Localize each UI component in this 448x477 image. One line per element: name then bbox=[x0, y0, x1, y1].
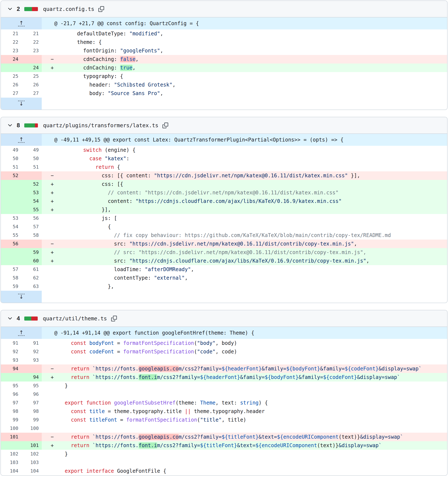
diff-marker bbox=[42, 72, 65, 81]
diff-row-context: 5356 js: [ bbox=[1, 214, 447, 222]
diff-marker bbox=[42, 30, 65, 38]
file-diff-quartz-config: 2 quartz.config.ts ↑ @ -21,7 +21,7 @@ co… bbox=[0, 0, 448, 110]
old-line-number bbox=[1, 180, 21, 188]
new-line-number: 26 bbox=[21, 81, 42, 89]
code-line: } bbox=[65, 382, 447, 390]
old-line-number: 55 bbox=[1, 231, 21, 239]
code-cell: { bbox=[42, 222, 447, 231]
code-cell: + css: [{ bbox=[42, 180, 447, 188]
old-line-number: 102 bbox=[1, 450, 21, 458]
new-line-number: 57 bbox=[21, 222, 42, 231]
diff-row-addition: 52+ css: [{ bbox=[1, 180, 447, 188]
code-line: typography: { bbox=[65, 72, 447, 81]
new-line-number: 63 bbox=[21, 282, 42, 291]
old-line-number: 57 bbox=[1, 265, 21, 274]
old-line-number: 96 bbox=[1, 390, 21, 399]
diffstat-bar bbox=[24, 316, 38, 321]
code-cell: − return `https://fonts.googleapis.com/c… bbox=[42, 433, 447, 441]
new-line-number: 52 bbox=[21, 180, 42, 188]
diff-marker bbox=[42, 265, 65, 274]
code-cell: header: "Schibsted Grotesk", bbox=[42, 81, 447, 89]
expand-down-icon: ↓ bbox=[19, 101, 23, 107]
copy-path-icon[interactable] bbox=[98, 5, 105, 12]
diff-marker bbox=[42, 356, 65, 364]
old-line-number bbox=[1, 64, 21, 72]
code-cell bbox=[42, 424, 447, 433]
old-line-number: 100 bbox=[1, 424, 21, 433]
diff-marker bbox=[42, 390, 65, 399]
diff-row-context: 9191 const bodyFont = formatFontSpecific… bbox=[1, 339, 447, 347]
new-line-number: 96 bbox=[21, 390, 42, 399]
code-cell: switch (engine) { bbox=[42, 146, 447, 154]
diff-marker: + bbox=[42, 373, 65, 382]
chevron-down-icon[interactable] bbox=[6, 5, 14, 12]
expand-up-button[interactable]: ↑ bbox=[1, 18, 42, 30]
file-name[interactable]: quartz/util/theme.ts bbox=[43, 316, 107, 322]
code-line: // content: "https://cdn.jsdelivr.net/np… bbox=[65, 188, 447, 197]
copy-path-icon[interactable] bbox=[110, 315, 117, 322]
new-line-number: 61 bbox=[21, 265, 42, 274]
code-line: defaultDateType: "modified", bbox=[65, 30, 447, 38]
old-line-number bbox=[1, 188, 21, 197]
diff-row-context: 104104export interface GoogleFontFile { bbox=[1, 467, 447, 475]
chevron-down-icon[interactable] bbox=[6, 122, 14, 129]
code-line bbox=[65, 390, 447, 399]
file-header: 8 quartz/plugins/transformers/latex.ts bbox=[1, 117, 447, 134]
code-cell: − cdnCaching: false, bbox=[42, 55, 447, 64]
code-cell bbox=[42, 458, 447, 467]
diff-marker: − bbox=[42, 239, 65, 248]
file-name[interactable]: quartz.config.ts bbox=[43, 6, 94, 12]
new-line-number: 103 bbox=[21, 458, 42, 467]
new-line-number: 104 bbox=[21, 467, 42, 475]
new-line-number: 59 bbox=[21, 248, 42, 257]
expand-down-button[interactable]: ↓ bbox=[1, 98, 42, 110]
expand-up-button[interactable]: ↑ bbox=[1, 327, 42, 339]
old-line-number: 92 bbox=[1, 347, 21, 356]
code-cell: export function googleFontSubsetHref(the… bbox=[42, 399, 447, 407]
code-line: return `https://fonts.googleapis.com/css… bbox=[65, 364, 447, 373]
old-line-number: 52 bbox=[1, 171, 21, 180]
file-name[interactable]: quartz/plugins/transformers/latex.ts bbox=[43, 122, 158, 129]
diff-marker bbox=[42, 38, 65, 47]
diff-row-context: 5457 { bbox=[1, 222, 447, 231]
code-line: }], bbox=[65, 205, 447, 214]
diff-marker: + bbox=[42, 248, 65, 257]
diff-row-context: 9696 bbox=[1, 390, 447, 399]
old-line-number bbox=[1, 257, 21, 265]
diff-marker bbox=[42, 282, 65, 291]
new-line-number: 27 bbox=[21, 89, 42, 98]
code-line: return `https://fonts.googleapis.com/css… bbox=[65, 433, 447, 441]
code-cell: const bodyFont = formatFontSpecification… bbox=[42, 339, 447, 347]
hunk-header: ↑ @ -91,14 +91,14 @@ export function goo… bbox=[1, 327, 447, 339]
diff-row-addition: 94+ return `https://fonts.font.im/css2?f… bbox=[1, 373, 447, 382]
new-line-number: 92 bbox=[21, 347, 42, 356]
code-line: const title = theme.typography.title || … bbox=[65, 407, 447, 416]
code-cell: theme: { bbox=[42, 38, 447, 47]
code-cell: typography: { bbox=[42, 72, 447, 81]
old-line-number: 104 bbox=[1, 467, 21, 475]
expand-up-button[interactable]: ↑ bbox=[1, 134, 42, 146]
hunk-header: ↑ @ -21,7 +21,7 @@ const config: QuartzC… bbox=[1, 18, 447, 30]
hunk-header-text: @ -91,14 +91,14 @@ export function googl… bbox=[42, 327, 254, 339]
diff-marker bbox=[42, 274, 65, 282]
old-line-number: 93 bbox=[1, 356, 21, 364]
file-diff-latex-ts: 8 quartz/plugins/transformers/latex.ts ↑… bbox=[0, 117, 448, 303]
diff-row-context: 2323 fontOrigin: "googleFonts", bbox=[1, 47, 447, 55]
new-line-number: 55 bbox=[21, 205, 42, 214]
diff-marker: − bbox=[42, 433, 65, 441]
diff-row-context: 9393 bbox=[1, 356, 447, 364]
code-line: // src: "https://cdn.jsdelivr.net/npm/ka… bbox=[65, 248, 447, 257]
diff-row-context: 100100 bbox=[1, 424, 447, 433]
new-line-number: 24 bbox=[21, 64, 42, 72]
expand-down-button[interactable]: ↓ bbox=[1, 291, 42, 303]
code-line: css: [{ bbox=[65, 180, 447, 188]
old-line-number: 51 bbox=[1, 163, 21, 171]
old-line-number: 98 bbox=[1, 407, 21, 416]
new-line-number: 50 bbox=[21, 154, 42, 163]
copy-path-icon[interactable] bbox=[162, 122, 169, 129]
diff-row-context: 5050 case "katex": bbox=[1, 154, 447, 163]
chevron-down-icon[interactable] bbox=[6, 315, 14, 322]
new-line-number bbox=[21, 55, 42, 64]
code-line: src: "https://cdnjs.cloudflare.com/ajax/… bbox=[65, 257, 447, 265]
code-line: } bbox=[65, 450, 447, 458]
